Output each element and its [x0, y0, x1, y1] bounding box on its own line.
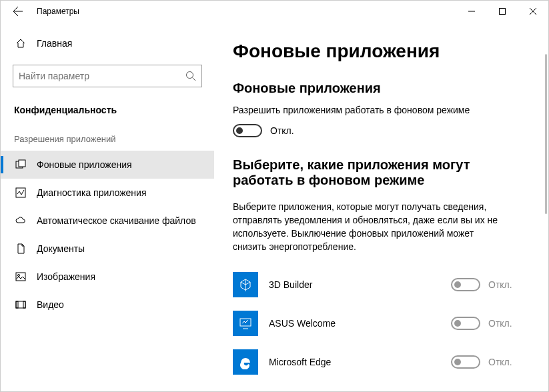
- allow-description: Разрешить приложениям работать в фоновом…: [233, 104, 522, 117]
- nav-label: Диагностика приложения: [37, 187, 146, 198]
- svg-rect-0: [500, 9, 506, 15]
- diagnostics-icon: [14, 187, 27, 198]
- svg-rect-5: [16, 273, 25, 281]
- nav-videos[interactable]: Видео: [1, 291, 214, 319]
- back-button[interactable]: [9, 2, 27, 21]
- titlebar: Параметры: [1, 1, 548, 22]
- app-icon-asus-welcome: [233, 311, 258, 336]
- home-button[interactable]: Главная: [1, 30, 214, 57]
- choose-description: Выберите приложения, которые могут получ…: [233, 200, 500, 254]
- nav-label: Видео: [37, 299, 64, 310]
- close-button[interactable]: [518, 1, 548, 22]
- maximize-button[interactable]: [487, 1, 518, 22]
- nav-label: Фоновые приложения: [37, 159, 132, 170]
- svg-point-1: [187, 72, 193, 79]
- background-apps-icon: [14, 159, 27, 170]
- videos-icon: [14, 299, 27, 310]
- section-heading-choose: Выберите, какие приложения могут работат…: [233, 157, 522, 188]
- app-toggle-state: Откл.: [488, 357, 522, 367]
- home-label: Главная: [37, 38, 72, 49]
- window-controls: [456, 1, 548, 22]
- window-title: Параметры: [37, 7, 79, 16]
- app-row-3d-builder: 3D Builder Откл.: [233, 267, 522, 302]
- master-toggle[interactable]: [233, 124, 262, 137]
- app-name: 3D Builder: [269, 279, 451, 290]
- nav-auto-downloads[interactable]: Автоматическое скачивание файлов: [1, 207, 214, 235]
- nav-background-apps[interactable]: Фоновые приложения: [1, 151, 214, 179]
- minimize-button[interactable]: [456, 1, 487, 22]
- page-title: Фоновые приложения: [233, 41, 522, 62]
- master-toggle-state: Откл.: [270, 125, 294, 136]
- app-name: Microsoft Edge: [269, 357, 451, 367]
- svg-rect-7: [16, 301, 25, 308]
- app-toggle-asus-welcome[interactable]: [451, 317, 480, 330]
- pictures-icon: [14, 271, 27, 282]
- svg-rect-3: [19, 160, 25, 167]
- nav-label: Документы: [37, 243, 85, 254]
- nav-pictures[interactable]: Изображения: [1, 263, 214, 291]
- app-icon-3d-builder: [233, 272, 258, 297]
- back-arrow-icon: [13, 6, 23, 17]
- svg-rect-8: [16, 301, 18, 308]
- section-heading: Фоновые приложения: [233, 81, 522, 96]
- group-title: Разрешения приложений: [1, 122, 214, 151]
- cloud-icon: [14, 215, 27, 226]
- search-box[interactable]: [13, 65, 202, 87]
- app-row-asus-welcome: ASUS Welcome Откл.: [233, 306, 522, 341]
- nav-label: Автоматическое скачивание файлов: [37, 215, 196, 226]
- app-name: ASUS Welcome: [269, 318, 451, 329]
- app-icon-microsoft-edge: [233, 349, 258, 375]
- app-row-microsoft-edge: Microsoft Edge Откл.: [233, 345, 522, 379]
- nav-app-diagnostics[interactable]: Диагностика приложения: [1, 179, 214, 207]
- app-toggle-state: Откл.: [488, 279, 522, 290]
- app-toggle-3d-builder[interactable]: [451, 278, 480, 291]
- svg-rect-4: [16, 188, 25, 197]
- content-area: Фоновые приложения Фоновые приложения Ра…: [214, 22, 548, 391]
- scrollbar[interactable]: [545, 54, 547, 214]
- app-toggle-state: Откл.: [488, 318, 522, 329]
- search-input[interactable]: [19, 71, 185, 81]
- nav-documents[interactable]: Документы: [1, 235, 214, 263]
- nav-label: Изображения: [37, 271, 95, 282]
- svg-rect-9: [23, 301, 25, 308]
- documents-icon: [14, 243, 27, 254]
- section-title: Конфиденциальность: [1, 95, 214, 122]
- sidebar: Главная Конфиденциальность Разрешения пр…: [1, 22, 214, 391]
- app-toggle-microsoft-edge[interactable]: [451, 355, 480, 369]
- svg-point-6: [18, 275, 20, 277]
- search-icon: [185, 71, 196, 81]
- home-icon: [14, 38, 27, 49]
